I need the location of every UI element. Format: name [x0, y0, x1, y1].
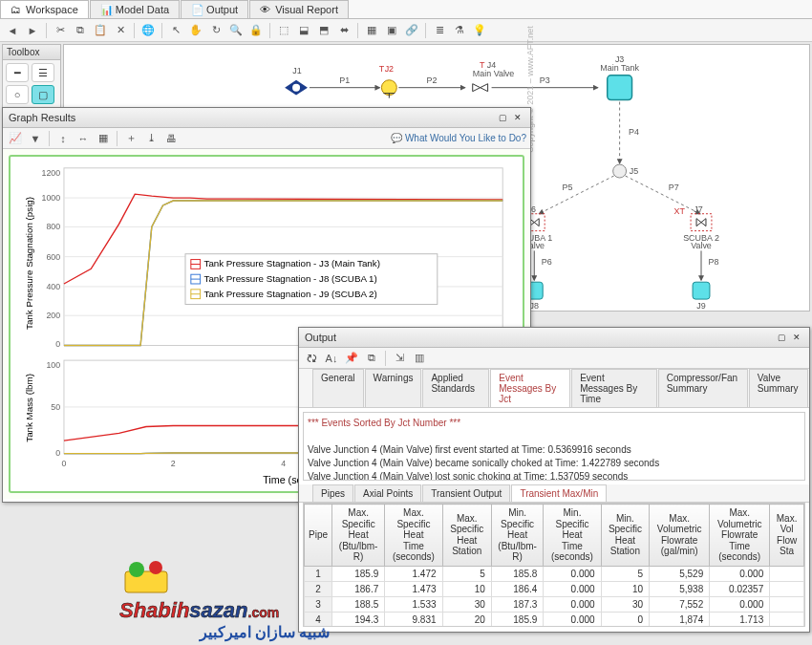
- align-h-button[interactable]: ⬒: [315, 22, 332, 39]
- table-row[interactable]: 1185.91.4725185.80.00055,5290.000: [305, 566, 804, 581]
- svg-text:J1: J1: [292, 66, 301, 75]
- svg-text:600: 600: [46, 252, 60, 262]
- paste-button[interactable]: 📋: [92, 22, 109, 39]
- tab-model-data[interactable]: 📊Model Data: [90, 0, 180, 18]
- svg-text:Main Valve: Main Valve: [473, 69, 515, 78]
- lowtab-axial[interactable]: Axial Points: [354, 484, 421, 502]
- svg-text:0: 0: [55, 448, 60, 458]
- svg-text:P5: P5: [563, 183, 573, 192]
- tab-visual-report[interactable]: 👁Visual Report: [249, 0, 349, 18]
- svg-text:Tank Pressure Stagnation - J8 : Tank Pressure Stagnation - J8 (SCUBA 1): [204, 273, 377, 284]
- svg-text:4: 4: [281, 460, 286, 469]
- svg-point-85: [149, 561, 162, 574]
- tool-pipe[interactable]: ━: [6, 63, 29, 82]
- refresh-button[interactable]: ↻: [207, 22, 224, 39]
- distribute-button[interactable]: ⬌: [335, 22, 353, 39]
- svg-text:Main Tank: Main Tank: [600, 63, 639, 73]
- svg-text:1000: 1000: [42, 193, 61, 203]
- delete-button[interactable]: ✕: [112, 22, 129, 39]
- add-series-button[interactable]: ＋: [122, 130, 139, 147]
- svg-text:Tank Pressure Stagnation (psig: Tank Pressure Stagnation (psig): [24, 197, 34, 330]
- pan-button[interactable]: ✋: [187, 22, 204, 39]
- uptab-warnings[interactable]: Warnings: [365, 369, 422, 407]
- svg-text:0: 0: [62, 460, 67, 469]
- cut-button[interactable]: ✂: [52, 22, 69, 39]
- close-button[interactable]: ✕: [790, 331, 803, 344]
- svg-text:P: P: [294, 83, 300, 92]
- output-upper-tabs: General Warnings Applied Standards Event…: [299, 369, 809, 408]
- lowtab-transient-output[interactable]: Transient Output: [422, 484, 510, 502]
- print-button[interactable]: 🖶: [162, 130, 180, 147]
- graph-panel-title: Graph Results: [9, 112, 75, 123]
- tab-workspace[interactable]: 🗂Workspace: [0, 0, 89, 18]
- svg-text:P3: P3: [540, 75, 550, 85]
- maximize-button[interactable]: ▢: [775, 331, 788, 344]
- event-message-box[interactable]: *** Events Sorted By Jct Number *** Valv…: [303, 412, 805, 481]
- lock-button[interactable]: 🔒: [247, 22, 265, 39]
- layers-button[interactable]: ≣: [431, 22, 448, 39]
- svg-text:0: 0: [55, 339, 60, 349]
- align-left-button[interactable]: ⬚: [275, 22, 292, 39]
- maximize-button[interactable]: ▢: [496, 111, 509, 124]
- svg-line-22: [539, 176, 613, 214]
- close-button[interactable]: ✕: [511, 111, 524, 124]
- link-button[interactable]: 🔗: [403, 22, 420, 39]
- y-axis-button[interactable]: ↕: [54, 130, 72, 147]
- svg-line-24: [626, 176, 700, 214]
- pointer-button[interactable]: ↖: [167, 22, 184, 39]
- table-row[interactable]: 3188.51.53330187.30.000307,5520.000: [305, 596, 804, 612]
- align-v-button[interactable]: ⬓: [295, 22, 312, 39]
- svg-point-20: [613, 164, 627, 178]
- bulb-button[interactable]: 💡: [471, 22, 488, 39]
- uptab-events-jct[interactable]: Event Messages By Jct: [490, 369, 570, 407]
- ungroup-button[interactable]: ▣: [383, 22, 400, 39]
- tool-tank[interactable]: ▢: [32, 85, 54, 104]
- toolbox-panel: Toolbox ━ ☰ ○ ▢: [2, 44, 61, 108]
- output-data-table[interactable]: PipeMax. SpecificHeat(Btu/lbm-R)Max. Spe…: [303, 503, 805, 627]
- chart-select-button[interactable]: ▼: [27, 130, 44, 147]
- copy-button[interactable]: ⧉: [72, 22, 89, 39]
- forward-button[interactable]: ►: [24, 22, 41, 39]
- lowtab-pipes[interactable]: Pipes: [312, 484, 353, 502]
- export-button[interactable]: ⤓: [142, 130, 160, 147]
- svg-text:J5: J5: [630, 166, 638, 176]
- x-axis-button[interactable]: ↔: [75, 130, 92, 147]
- table-row[interactable]: 4194.39.83120185.90.00001,8741.713: [305, 612, 804, 627]
- tool-annotation[interactable]: ☰: [32, 63, 54, 82]
- back-button[interactable]: ◄: [4, 22, 21, 39]
- svg-text:2: 2: [171, 460, 176, 469]
- svg-text:800: 800: [46, 222, 60, 231]
- svg-text:1200: 1200: [42, 168, 61, 178]
- export-csv-button[interactable]: ⇲: [391, 350, 408, 367]
- pin-button[interactable]: 📌: [343, 350, 360, 367]
- svg-text:400: 400: [46, 282, 60, 291]
- lowtab-transient-maxmin[interactable]: Transient Max/Min: [511, 484, 607, 502]
- globe-button[interactable]: 🌐: [139, 22, 157, 39]
- zoom-button[interactable]: 🔍: [227, 22, 245, 39]
- svg-rect-15: [608, 75, 632, 100]
- group-button[interactable]: ▦: [363, 22, 380, 39]
- svg-text:100: 100: [46, 360, 60, 370]
- uptab-valve[interactable]: Valve Summary: [749, 369, 808, 407]
- filter-button[interactable]: ⚗: [451, 22, 468, 39]
- sort-button[interactable]: A↓: [323, 350, 340, 367]
- copy-output-button[interactable]: ⧉: [363, 350, 380, 367]
- grid-button[interactable]: ▦: [95, 130, 112, 147]
- uptab-compressor[interactable]: Compressor/Fan Summary: [658, 369, 748, 407]
- refresh-output-button[interactable]: 🗘: [303, 350, 320, 367]
- svg-text:P2: P2: [427, 75, 438, 85]
- uptab-events-time[interactable]: Event Messages By Time: [571, 369, 657, 407]
- svg-point-84: [129, 562, 144, 577]
- uptab-general[interactable]: General: [312, 369, 364, 407]
- uptab-standards[interactable]: Applied Standards: [422, 369, 489, 407]
- columns-button[interactable]: ▥: [411, 350, 428, 367]
- tool-junction[interactable]: ○: [6, 85, 29, 104]
- help-link[interactable]: 💬 What Would You Like to Do?: [391, 133, 526, 143]
- tab-output[interactable]: 📄Output: [181, 0, 248, 18]
- svg-text:50: 50: [51, 402, 60, 412]
- table-row[interactable]: 2186.71.47310186.40.000105,9380.02357: [305, 581, 804, 596]
- svg-text:T: T: [379, 64, 385, 74]
- chart-type-button[interactable]: 📈: [7, 130, 24, 147]
- output-panel: Output ▢ ✕ 🗘 A↓ 📌 ⧉ ⇲ ▥ General Warnings…: [298, 327, 810, 633]
- svg-rect-43: [693, 282, 710, 299]
